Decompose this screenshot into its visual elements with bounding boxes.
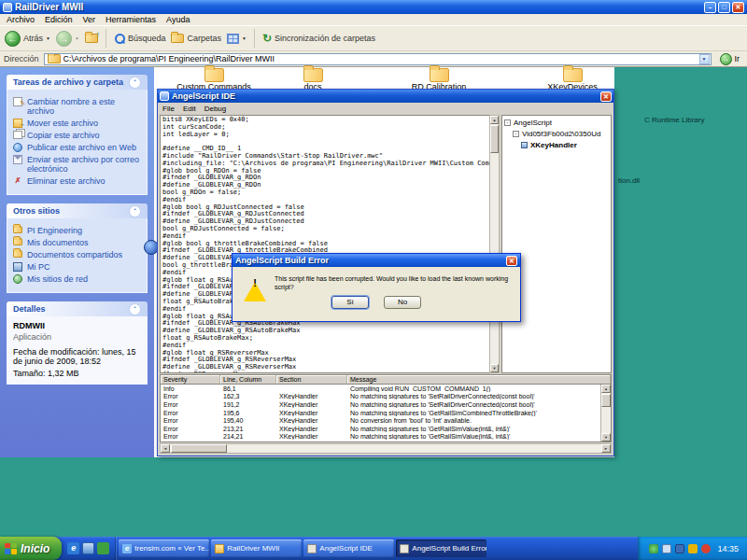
up-button[interactable]: ↑ [85,34,98,43]
network-icon[interactable] [675,544,684,553]
minimize-button[interactable]: – [704,2,716,13]
desktop: RailDriver MWII – □ ✕ Archivo Edición Ve… [0,0,747,560]
address-input[interactable]: C:\Archivos de programa\PI Engineering\R… [44,53,712,65]
start-button[interactable]: Inicio [0,537,62,560]
scroll-track[interactable] [170,444,601,453]
task-move[interactable]: Mover este archivo [13,119,141,128]
messenger-icon[interactable] [688,544,698,553]
tree-root[interactable]: - AngelScript [504,119,609,127]
address-dropdown-icon[interactable]: ▼ [699,54,710,64]
menu-ayuda[interactable]: Ayuda [166,15,190,24]
scroll-down-icon[interactable]: ▼ [490,364,499,372]
error-row[interactable]: Error195,40XKeyHandlerNo conversion from… [161,416,600,425]
ide-close-button[interactable]: ✕ [600,91,612,102]
task-email[interactable]: Enviar este archivo por correo electróni… [13,155,141,174]
column-message[interactable]: Message [347,375,611,384]
sync-button[interactable]: ↻ Sincronización de carpetas [262,33,375,44]
column-severity[interactable]: Severity [161,375,220,384]
taskbar-item-raildriver[interactable]: RailDriver MWII [211,539,302,557]
ide-menu-file[interactable]: File [162,105,175,113]
column-section[interactable]: Section [276,375,347,384]
error-row[interactable]: Error162,3XKeyHandlerNo matching signatu… [161,393,600,401]
error-row[interactable]: Error195,6XKeyHandlerNo matching signatu… [161,409,600,417]
scroll-thumb[interactable] [601,394,611,407]
scroll-track[interactable] [490,124,499,364]
views-button[interactable]: ▼ [227,34,247,44]
error-cell: Error [161,433,220,440]
volume-icon[interactable] [662,544,671,553]
place-documentos-compartidos[interactable]: Documentos compartidos [13,250,141,259]
close-button[interactable]: ✕ [732,2,744,13]
code-line: float g_RSAutoBrakeMax; [162,335,489,343]
dialog-close-button[interactable]: ✕ [506,256,517,266]
place-pi-engineering[interactable]: PI Engineering [13,226,141,235]
go-button[interactable]: → Ir [716,53,744,65]
scroll-thumb[interactable] [171,444,227,453]
error-scrollbar[interactable]: ▲ ▼ [600,385,611,441]
folders-button[interactable]: Carpetas [171,34,221,43]
tree-device-label: Vid05f3Fb00d2\0350Ud [522,130,600,138]
no-button[interactable]: No [384,296,421,309]
task-rename[interactable]: Cambiar nombre a este archivo [13,97,141,116]
status-icon[interactable] [701,544,711,553]
dialog-titlebar[interactable]: AngelScript Build Error ✕ [233,254,520,267]
taskbar-item-angelscript-ide[interactable]: AngelScript IDE [303,539,394,557]
search-button[interactable]: Búsqueda [114,33,166,44]
tree-device[interactable]: - Vid05f3Fb00d2\0350Ud [513,130,609,138]
file-tasks-header[interactable]: Tareas de archivo y carpeta ˆ [7,75,148,90]
show-desktop-icon[interactable] [82,542,94,554]
security-shield-icon[interactable] [649,544,658,553]
scroll-down-icon[interactable]: ▼ [601,433,611,441]
clock[interactable]: 14:35 [717,544,739,553]
quick-launch-icon[interactable] [97,542,109,554]
taskbar-item-browser[interactable]: e trensim.com « Ver Te... [119,539,209,557]
menu-edicion[interactable]: Edición [45,15,73,24]
internet-explorer-icon[interactable]: e [67,542,79,554]
collapse-chevron-icon[interactable]: ˆ [129,205,141,217]
collapse-icon[interactable]: - [513,131,519,137]
error-row[interactable]: Info86,1Compiling void RUN_CUSTOM_COMMAN… [161,385,600,393]
scroll-track[interactable] [601,393,611,433]
back-dropdown-icon[interactable]: ▼ [46,35,50,41]
details-header[interactable]: Detalles ˆ [7,301,148,316]
code-editor[interactable]: bits8 XKeyLEDs = 0x40;int curScanCode;in… [160,115,489,373]
scroll-thumb[interactable] [490,125,499,153]
ide-titlebar[interactable]: AngelScript IDE ✕ [158,90,613,103]
taskbar-item-build-error[interactable]: AngelScript Build Error [396,539,486,557]
other-places-title: Otros sitios [13,206,60,216]
collapse-chevron-icon[interactable]: ˆ [129,77,141,89]
scroll-up-icon[interactable]: ▲ [601,385,611,393]
scroll-up-icon[interactable]: ▲ [490,116,499,124]
folders-icon [171,34,184,43]
menu-archivo[interactable]: Archivo [7,15,35,24]
maximize-button[interactable]: □ [718,2,730,13]
scroll-right-icon[interactable]: ► [601,444,611,453]
ide-menu-debug[interactable]: Debug [204,105,227,113]
search-icon [114,33,125,44]
task-copy[interactable]: Copiar este archivo [13,131,141,140]
place-mis-sitios-de-red[interactable]: Mis sitios de red [13,274,141,284]
task-publish[interactable]: Publicar este archivo en Web [13,143,141,152]
error-row[interactable]: Error213,21XKeyHandlerNo matching signat… [161,425,600,433]
column-line-column[interactable]: Line, Column [220,375,276,384]
back-button[interactable]: ← Atrás ▼ [5,31,50,47]
ide-horizontal-scrollbar[interactable]: ◄ ► [160,443,612,454]
collapse-icon[interactable]: - [504,119,511,126]
menu-herramientas[interactable]: Herramientas [106,15,156,24]
forward-button[interactable]: → ▼ [56,31,79,47]
taskbar-item-label: AngelScript IDE [319,544,372,553]
yes-button[interactable]: Sí [331,296,369,309]
tree-handler[interactable]: XKeyHandler [521,141,609,149]
place-mi-pc[interactable]: Mi PC [13,262,141,272]
other-places-header[interactable]: Otros sitios ˆ [7,203,148,218]
collapse-chevron-icon[interactable]: ˆ [129,303,141,315]
error-row[interactable]: Error191,2XKeyHandlerNo matching signatu… [161,400,600,409]
task-delete[interactable]: ✗Eliminar este archivo [13,176,141,186]
error-row[interactable]: Error214,21XKeyHandlerNo matching signat… [161,433,600,441]
editor-scrollbar[interactable]: ▲ ▼ [489,115,500,373]
scroll-left-icon[interactable]: ◄ [161,444,170,453]
explorer-titlebar[interactable]: RailDriver MWII – □ ✕ [0,0,747,14]
ide-menu-edit[interactable]: Edit [183,105,196,113]
place-mis-documentos[interactable]: Mis documentos [13,238,141,247]
menu-ver[interactable]: Ver [83,15,96,24]
